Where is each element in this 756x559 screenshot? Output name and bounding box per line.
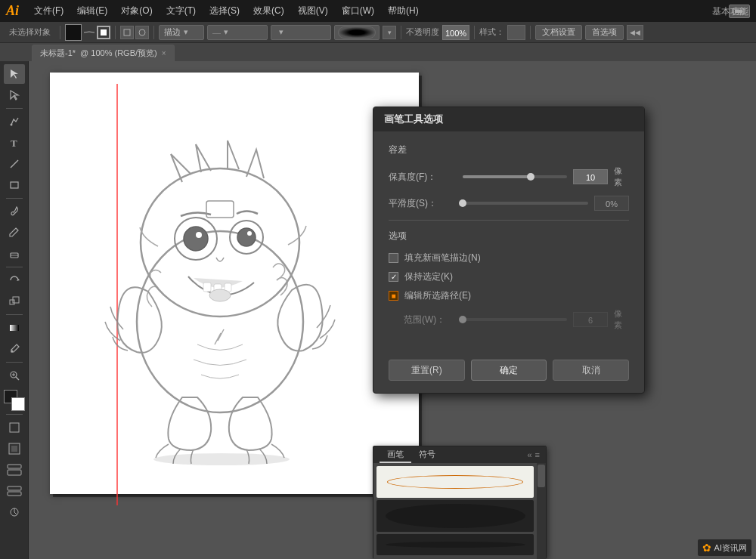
range-slider: [463, 318, 567, 321]
stroke-dropdown-arrow[interactable]: ▾: [383, 26, 396, 39]
preferences-button[interactable]: 首选项: [585, 25, 624, 40]
pencil-tool[interactable]: [4, 223, 25, 242]
left-toolbar: T: [0, 61, 29, 559]
paintbrush-tool[interactable]: [4, 202, 25, 221]
sep4: [401, 26, 401, 39]
title-bar: Ai 文件(F) 编辑(E) 对象(O) 文字(T) 选择(S) 效果(C) 视…: [0, 0, 756, 22]
brush-scrollbar[interactable]: [537, 463, 546, 559]
stroke-size-dropdown[interactable]: ▾: [271, 25, 331, 40]
svg-marker-10: [17, 279, 20, 281]
edit-path-checkbox[interactable]: ■: [389, 291, 398, 301]
workspace-label: 基本功能: [712, 5, 748, 17]
eraser-tool[interactable]: [4, 244, 25, 264]
brush-panel-header: 画笔 符号 « ≡: [373, 446, 546, 463]
artboard: [50, 73, 419, 494]
main-area: T: [0, 61, 756, 559]
menu-icon[interactable]: ≡: [535, 450, 540, 459]
app-logo: Ai: [6, 3, 19, 19]
style-label: 样式：: [479, 26, 504, 38]
extras-panel-1[interactable]: [4, 460, 25, 480]
menu-text[interactable]: 文字(T): [160, 3, 202, 19]
icon-btn2[interactable]: [135, 26, 149, 39]
svg-rect-22: [8, 465, 21, 468]
zoom-tool[interactable]: [4, 366, 25, 385]
screen-mode-btn1[interactable]: [4, 418, 25, 437]
rect-tool[interactable]: [4, 175, 25, 195]
fidelity-row: 保真度(F)： 10 像素: [389, 165, 629, 188]
svg-point-34: [247, 231, 252, 236]
fill-color[interactable]: [65, 24, 82, 41]
brush-preview-2: [386, 504, 525, 528]
keep-selected-checkbox[interactable]: ✓: [389, 272, 398, 282]
brush-item-2[interactable]: [376, 500, 534, 532]
foreground-background-color[interactable]: [4, 390, 25, 411]
menu-view[interactable]: 视图(V): [292, 3, 334, 19]
reset-button[interactable]: 重置(R): [389, 360, 465, 381]
icon-btn1[interactable]: [120, 26, 134, 39]
fill-checkbox-row: 填充新画笔描边(N): [389, 252, 629, 264]
pen-tool[interactable]: [4, 112, 25, 131]
edit-path-label: 编辑所选路径(E): [404, 289, 471, 302]
fill-checkbox[interactable]: [389, 253, 398, 263]
menu-window[interactable]: 窗口(W): [336, 3, 380, 19]
brush-item-3[interactable]: [376, 534, 534, 555]
menu-object[interactable]: 对象(O): [115, 3, 158, 19]
library-btn[interactable]: [4, 502, 25, 522]
svg-point-40: [153, 453, 290, 465]
dialog-title: 画笔工具选项: [384, 113, 443, 126]
tolerance-section-title: 容差: [389, 144, 629, 156]
extras-panel-2[interactable]: [4, 481, 25, 501]
rotate-tool[interactable]: [4, 270, 25, 290]
doc-settings-button[interactable]: 文档设置: [535, 25, 582, 40]
stroke-style-dropdown[interactable]: — ▾: [207, 25, 268, 40]
watermark-text: AI资讯网: [714, 542, 747, 554]
smoothness-value[interactable]: 0%: [594, 196, 629, 211]
svg-rect-7: [11, 182, 18, 188]
menu-select[interactable]: 选择(S): [203, 3, 246, 19]
line-tool[interactable]: [4, 154, 25, 174]
sep3: [153, 26, 154, 39]
stroke-mode-dropdown[interactable]: 描边 ▾: [159, 25, 204, 40]
canvas-area: 画笔工具选项 容差 保真度(F)： 10 像素 平滑度(S)：: [29, 61, 756, 559]
background-color[interactable]: [11, 397, 25, 411]
options-toolbar: 未选择对象 描边 ▾ — ▾ ▾ ▾ 不透明度 100%: [0, 22, 756, 43]
opacity-value[interactable]: 100%: [442, 25, 469, 40]
tool-separator-6: [6, 414, 23, 415]
gradient-tool[interactable]: [4, 318, 25, 338]
brush-item-1[interactable]: [376, 466, 534, 498]
type-tool[interactable]: T: [4, 133, 25, 153]
fidelity-unit: 像素: [614, 165, 629, 188]
screen-mode-btn2[interactable]: [4, 439, 25, 459]
fill-stroke-group: [65, 24, 110, 41]
svg-rect-2: [124, 29, 130, 36]
menu-edit[interactable]: 编辑(E): [71, 3, 113, 19]
smoothness-slider[interactable]: [463, 202, 588, 205]
options-section-title: 选项: [389, 230, 629, 242]
menu-effect[interactable]: 效果(C): [247, 3, 290, 19]
range-unit: 像素: [614, 308, 629, 331]
eyedropper-tool[interactable]: [4, 339, 25, 359]
fidelity-slider[interactable]: [463, 175, 567, 178]
menu-help[interactable]: 帮助(H): [382, 3, 425, 19]
range-value: 6: [573, 312, 608, 327]
scale-tool[interactable]: [4, 292, 25, 311]
tab-close-button[interactable]: ×: [162, 49, 166, 57]
cancel-button[interactable]: 取消: [553, 360, 629, 381]
collapse-icon[interactable]: «: [527, 450, 531, 459]
ok-button[interactable]: 确定: [471, 360, 547, 381]
brush-tab[interactable]: 画笔: [380, 447, 411, 463]
direct-selection-tool[interactable]: [4, 85, 25, 105]
opacity-label: 不透明度: [406, 26, 439, 38]
more-options-button[interactable]: ◀◀: [627, 25, 643, 40]
svg-rect-11: [10, 300, 14, 304]
fidelity-value[interactable]: 10: [573, 169, 608, 184]
menu-file[interactable]: 文件(F): [28, 3, 70, 19]
document-tab[interactable]: 未标题-1* @ 100% (RGB/预览) ×: [32, 45, 175, 61]
style-preview: [507, 25, 525, 40]
dialog-buttons: 重置(R) 确定 取消: [373, 351, 644, 393]
dialog-title-bar[interactable]: 画笔工具选项: [373, 107, 644, 131]
selection-tool[interactable]: [4, 64, 25, 84]
symbol-tab[interactable]: 符号: [411, 447, 443, 463]
svg-rect-13: [10, 325, 19, 331]
stroke-color[interactable]: [97, 26, 110, 39]
